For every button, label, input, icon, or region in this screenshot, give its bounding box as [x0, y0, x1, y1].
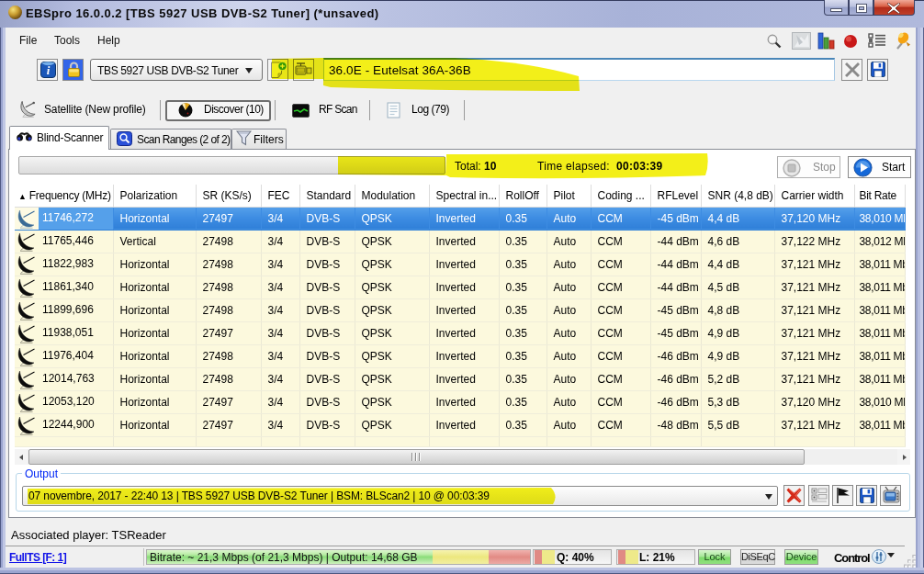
svg-text:i: i	[47, 63, 51, 77]
